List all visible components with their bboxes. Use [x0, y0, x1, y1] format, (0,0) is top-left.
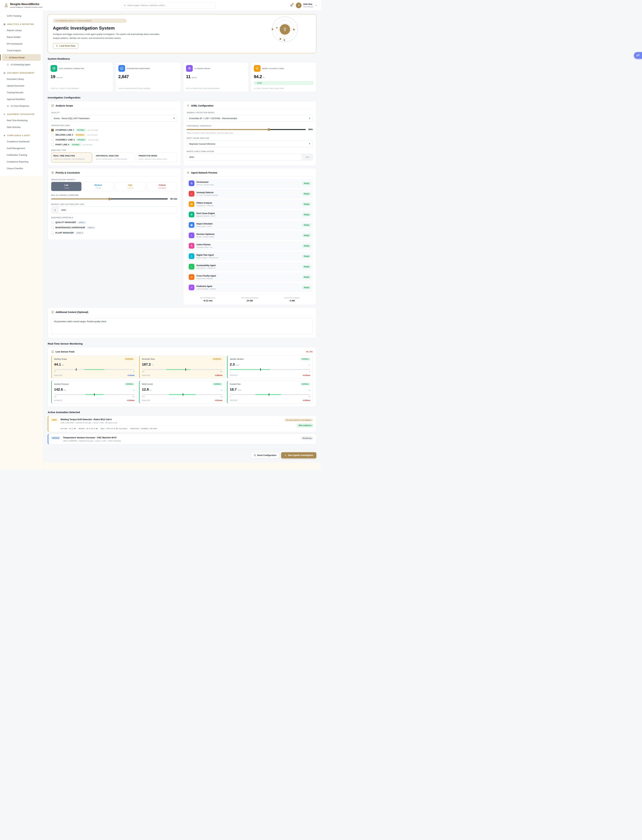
load-demo-data-button[interactable]: Load Demo Data	[53, 43, 78, 49]
approval-row[interactable]: MAINTENANCE SUPERVISOR LEVEL 2	[51, 226, 177, 229]
main-content: AI-POWERED QUALITY INTELLIGENCE Agentic …	[43, 11, 321, 470]
sensor-card: Welding Torque WARNING 44.1 Nm ↓	[51, 356, 137, 379]
facility-select[interactable]: Korea - Seoul (HQ) | 847 Parameters	[51, 115, 177, 122]
line-checkbox[interactable]	[51, 143, 54, 146]
sensor-rate: +0.01/min	[215, 400, 222, 401]
sidebar-item[interactable]: KPI Dashboards	[0, 40, 43, 47]
line-checkbox[interactable]	[51, 134, 54, 136]
sidebar-item[interactable]: Audit Management	[0, 145, 43, 151]
global-search[interactable]	[122, 2, 216, 8]
line-checkbox[interactable]	[51, 129, 54, 132]
sensor-card: Spindle Vibration NORMAL 2.3 mm/s —	[227, 356, 313, 379]
sidebar-item[interactable]: Report Builder	[0, 34, 43, 40]
sidebar-item[interactable]: ▦ ANALYTICS & REPORTING	[0, 21, 43, 27]
reset-configuration-button[interactable]: Reset Configuration	[251, 452, 279, 458]
sensor-source: Robot W12	[142, 400, 150, 401]
ready-badge: Ready	[302, 255, 311, 258]
top-bar: Nexgile-NeuralWorks Neural Intelligence.…	[0, 0, 321, 11]
sidebar-item[interactable]: Trend Analysis	[0, 47, 43, 54]
sidebar-item[interactable]: ▤ DOCUMENT MANAGEMENT	[0, 70, 43, 76]
sensor-value-marker	[183, 393, 183, 396]
sidebar-item-label: Approval Workflow	[7, 98, 25, 101]
agent-row: ✎ Action Planner Constraint Solver + RL …	[187, 241, 313, 250]
anomaly-model-select[interactable]: Ensemble (IF + LOF + OCSVM) - Recommende…	[187, 115, 313, 122]
sidebar-item[interactable]: Reports Library	[0, 27, 43, 34]
budget-input[interactable]	[59, 207, 177, 213]
analysis-type-card[interactable]: HISTORICAL ANALYSIS BATCH PROCESSING, PA…	[94, 153, 135, 162]
refresh-icon	[254, 454, 256, 457]
confidence-threshold-slider[interactable]	[187, 129, 306, 130]
sidebar-item[interactable]: Training Records	[0, 89, 43, 96]
sidebar-item[interactable]: ◱ AI Scheduling Agent	[0, 61, 43, 68]
confidence-threshold-value: 90%	[308, 128, 313, 131]
sensor-range-bar	[142, 369, 222, 370]
sidebar-item[interactable]: Real-Time Monitoring	[0, 117, 43, 123]
sidebar-item[interactable]: Data Historian	[0, 123, 43, 130]
context-textarea[interactable]: All parameters within normal ranges. Rou…	[51, 318, 313, 334]
sidebar-item[interactable]: ◈ AI Crisis Response	[0, 102, 43, 109]
notifications-bell-icon[interactable]	[290, 4, 293, 7]
severity-badge: HIGH	[51, 418, 58, 421]
production-line-row[interactable]: STAMPING LINE 1 OPTIMAL 312 PARAMS	[51, 129, 177, 132]
agent-stat: GPU Memory Required 24 GB	[229, 297, 271, 302]
sidebar-item[interactable]: Approval Workflow	[0, 96, 43, 102]
approval-checkbox[interactable]	[51, 226, 54, 229]
stat-card-parameters: PARAMETERS MONITORED 2,847 Across 4 prod…	[115, 62, 181, 92]
sidebar-item-label: Clause Checklist	[7, 167, 23, 170]
search-input[interactable]	[127, 4, 213, 6]
approval-row[interactable]: QUALITY MANAGER LEVEL 1	[51, 221, 177, 224]
sidebar-item-label: COMPLIANCE & AUDIT	[7, 135, 30, 136]
approval-checkbox[interactable]	[51, 221, 54, 224]
sensor-source: Robot W12	[142, 374, 150, 376]
anomaly-confidence-tag: 94% confidence	[297, 424, 313, 427]
sensor-status-badge: NORMAL	[213, 383, 222, 385]
agent-stat: Est. Processing Time ~8-12 min	[187, 297, 229, 302]
sidebar-filler	[0, 176, 43, 470]
sidebar-item[interactable]: ⌗ EQUIPMENT INTEGRATION	[0, 112, 43, 117]
slider-thumb[interactable]	[108, 198, 111, 200]
sidebar-item[interactable]: Compliance Dashboard	[0, 138, 43, 145]
slider-thumb[interactable]	[268, 128, 270, 131]
ready-badge: Ready	[302, 286, 311, 289]
sidebar-item[interactable]: CAPA Tracking	[0, 13, 43, 19]
user-menu[interactable]: J John Doe Plant Manager	[296, 3, 317, 8]
sidebar-item-label: AI Crisis Response	[11, 105, 29, 107]
priority-option[interactable]: High < 30 min	[115, 182, 145, 191]
production-line-row[interactable]: WELDING LINE 2 WARNING 287 PARAMS	[51, 133, 177, 136]
root-cause-select[interactable]: Bayesian Causal Inference	[187, 140, 313, 147]
sidebar-item[interactable]: Upload Document	[0, 82, 43, 89]
sidebar-item[interactable]: ◈ COMPLIANCE & AUDIT	[0, 133, 43, 138]
analysis-type-card[interactable]: REAL-TIME ANALYSIS 100MS DATA WINDOW, LI…	[51, 153, 92, 162]
approval-checkbox[interactable]	[51, 232, 54, 234]
line-checkbox[interactable]	[51, 139, 54, 141]
map-icon	[51, 104, 54, 107]
sensor-value-marker	[269, 393, 269, 396]
start-investigation-button[interactable]: Start Agentic Investigation	[281, 452, 316, 458]
downtime-slider[interactable]	[51, 198, 168, 200]
priority-option[interactable]: Low < 4 hrs	[51, 182, 81, 191]
aiml-config-panel: AI/ML Configuration ANOMALY DETECTION MO…	[183, 101, 316, 166]
sensor-range-bar	[54, 394, 135, 395]
sidebar-item[interactable]: Document Library	[0, 76, 43, 82]
production-line-row[interactable]: ASSEMBLY LINE 3 OPTIMAL 156 PARAMS	[51, 138, 177, 141]
level-badge: LEVEL 2	[87, 226, 96, 229]
priority-option[interactable]: Critical Immediate	[147, 182, 177, 191]
priority-option[interactable]: Medium < 2 hrs	[83, 182, 113, 191]
ready-badge: Ready	[302, 244, 311, 247]
shield-check-icon	[254, 65, 261, 72]
trend-arrow-icon: —	[309, 364, 310, 366]
production-line-row[interactable]: PAINT LINE 4 OPTIMAL 92 PARAMS	[51, 143, 177, 146]
approval-row[interactable]: PLANT MANAGER LEVEL 3	[51, 231, 177, 234]
sidebar-item[interactable]: ✶ AI Demo Portal	[2, 54, 41, 61]
monte-carlo-input[interactable]	[187, 154, 302, 160]
lightbulb-icon	[187, 104, 190, 107]
sidebar-item[interactable]: Compliance Reporting	[0, 158, 43, 165]
ready-badge: Ready	[302, 203, 311, 206]
sidebar-item[interactable]: Certification Tracking	[0, 151, 43, 158]
sensor-rate: +0.02/min	[303, 374, 310, 376]
sensor-status-badge: NORMAL	[300, 383, 310, 385]
sidebar-item[interactable]: Clause Checklist	[0, 165, 43, 172]
analysis-type-card[interactable]: PREDICTIVE MODE LSTM + MONTE CARLO SIMUL…	[136, 153, 177, 162]
agent-row: △ Anomaly Detector IF + LOF + OCSVM Ense…	[187, 189, 313, 198]
flask-logo-icon	[4, 3, 8, 8]
